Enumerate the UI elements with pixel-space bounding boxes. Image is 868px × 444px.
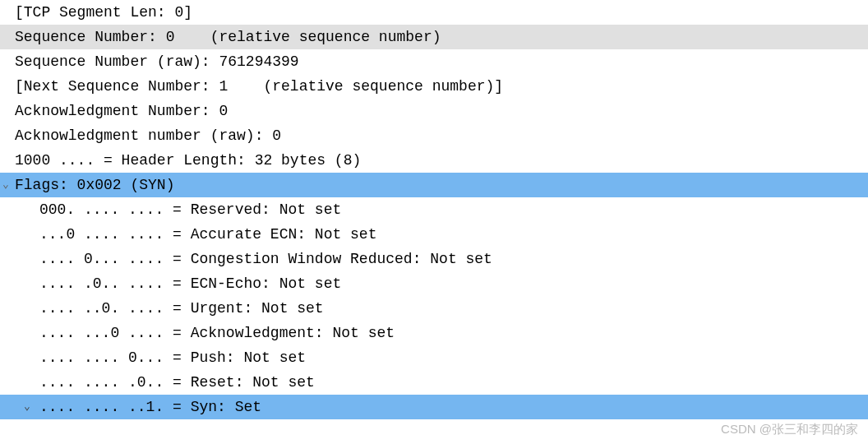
field-tcp-segment-len[interactable]: [TCP Segment Len: 0]	[0, 0, 868, 25]
flag-ecn-echo[interactable]: .... .0.. .... = ECN-Echo: Not set	[0, 271, 868, 296]
watermark-text: CSDN @张三和李四的家	[721, 419, 858, 439]
flag-accurate-ecn[interactable]: ...0 .... .... = Accurate ECN: Not set	[0, 222, 868, 247]
field-flags-label: Flags: 0x002 (SYN)	[15, 173, 174, 197]
field-acknowledgment-number[interactable]: Acknowledgment Number: 0	[0, 99, 868, 123]
caret-down-icon[interactable]: ⌄	[0, 176, 12, 194]
flag-reset[interactable]: .... .... .0.. = Reset: Not set	[0, 370, 868, 395]
field-flags[interactable]: ⌄ Flags: 0x002 (SYN)	[0, 173, 868, 197]
flag-acknowledgment[interactable]: .... ...0 .... = Acknowledgment: Not set	[0, 321, 868, 345]
field-sequence-number-raw[interactable]: Sequence Number (raw): 761294399	[0, 49, 868, 74]
flag-syn[interactable]: ⌄ .... .... ..1. = Syn: Set	[0, 395, 868, 419]
field-acknowledgment-number-raw[interactable]: Acknowledgment number (raw): 0	[0, 123, 868, 148]
field-header-length[interactable]: 1000 .... = Header Length: 32 bytes (8)	[0, 148, 868, 173]
field-sequence-number[interactable]: Sequence Number: 0 (relative sequence nu…	[0, 25, 868, 49]
flag-urgent[interactable]: .... ..0. .... = Urgent: Not set	[0, 296, 868, 321]
flag-cwr[interactable]: .... 0... .... = Congestion Window Reduc…	[0, 247, 868, 271]
flag-syn-label: .... .... ..1. = Syn: Set	[39, 395, 261, 419]
field-next-sequence-number[interactable]: [Next Sequence Number: 1 (relative seque…	[0, 74, 868, 99]
flag-push[interactable]: .... .... 0... = Push: Not set	[0, 345, 868, 370]
caret-down-icon[interactable]: ⌄	[21, 398, 33, 416]
flag-reserved[interactable]: 000. .... .... = Reserved: Not set	[0, 197, 868, 222]
